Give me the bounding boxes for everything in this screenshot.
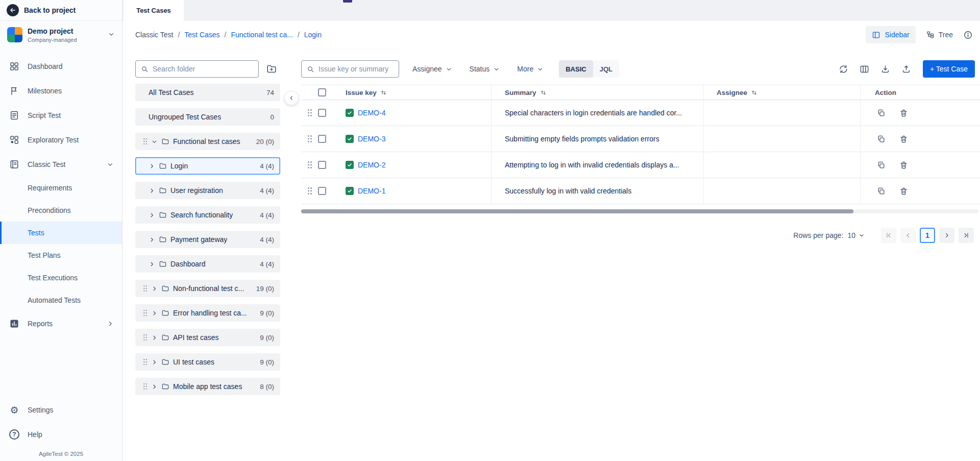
folder-item-search-functionality[interactable]: Search functionality 4 (4) xyxy=(135,206,280,224)
issue-key-link[interactable]: DEMO-1 xyxy=(358,187,385,195)
drag-handle-icon[interactable] xyxy=(305,161,314,169)
chevron-right-icon[interactable] xyxy=(149,163,155,169)
table-row[interactable]: DEMO-1 Successfully log in with valid cr… xyxy=(301,178,980,204)
column-assignee[interactable]: Assignee xyxy=(717,89,757,96)
sidebar-item-test-executions[interactable]: Test Executions xyxy=(0,266,122,289)
delete-button[interactable] xyxy=(897,133,910,145)
folder-item-mobile-app-test-cases[interactable]: Mobile app test cases 8 (0) xyxy=(135,378,280,395)
breadcrumb-classic-test[interactable]: Classic Test xyxy=(135,31,173,39)
folder-item-dashboard[interactable]: Dashboard 4 (4) xyxy=(135,255,280,273)
page-1-button[interactable]: 1 xyxy=(920,228,935,243)
drag-handle-icon[interactable] xyxy=(142,285,148,292)
sidebar-item-reports[interactable]: Reports xyxy=(0,311,122,336)
breadcrumb-login[interactable]: Login xyxy=(304,31,322,39)
scrollbar-thumb[interactable] xyxy=(301,209,853,213)
tree-view-button[interactable]: Tree xyxy=(922,26,957,43)
breadcrumb-functional-test-cases[interactable]: Functional test ca... xyxy=(231,31,292,39)
folder-item-api-test-cases[interactable]: API test cases 9 (0) xyxy=(135,329,280,346)
row-checkbox[interactable] xyxy=(318,109,326,117)
clone-button[interactable] xyxy=(875,185,887,197)
issue-key-link[interactable]: DEMO-2 xyxy=(358,161,385,169)
sidebar-item-test-plans[interactable]: Test Plans xyxy=(0,244,122,266)
issue-key-link[interactable]: DEMO-4 xyxy=(358,109,385,117)
sidebar-item-dashboard[interactable]: Dashboard xyxy=(0,54,122,79)
folder-item-ungrouped[interactable]: Ungrouped Test Cases 0 xyxy=(135,108,280,126)
mode-basic-button[interactable]: BASIC xyxy=(559,60,593,78)
drag-handle-icon[interactable] xyxy=(142,334,148,341)
folder-item-non-functional[interactable]: Non-functional test c... 19 (0) xyxy=(135,280,280,297)
folder-item-user-registration[interactable]: User registration 4 (4) xyxy=(135,182,280,199)
table-row[interactable]: DEMO-4 Special characters in login crede… xyxy=(301,100,980,126)
table-row[interactable]: DEMO-2 Attempting to log in with invalid… xyxy=(301,152,980,178)
rows-per-page-select[interactable]: 10 xyxy=(847,231,865,239)
chevron-right-icon[interactable] xyxy=(151,383,158,390)
tab-test-cases[interactable]: Test Cases xyxy=(124,0,184,21)
drag-handle-icon[interactable] xyxy=(142,383,148,390)
sidebar-item-settings[interactable]: ⚙ Settings xyxy=(0,398,122,422)
mode-jql-button[interactable]: JQL xyxy=(593,60,619,78)
chevron-right-icon[interactable] xyxy=(151,310,158,317)
drag-handle-icon[interactable] xyxy=(142,358,148,366)
row-checkbox[interactable] xyxy=(318,161,326,169)
first-page-button[interactable] xyxy=(881,228,896,243)
sidebar-item-tests[interactable]: Tests xyxy=(0,222,122,244)
columns-button[interactable] xyxy=(859,63,871,75)
chevron-down-icon[interactable] xyxy=(151,138,158,145)
row-checkbox[interactable] xyxy=(318,135,326,143)
delete-button[interactable] xyxy=(897,159,910,171)
sidebar-item-help[interactable]: ? Help xyxy=(0,422,122,447)
folder-item-functional-test-cases[interactable]: Functional test cases 20 (0) xyxy=(135,133,280,150)
drag-handle-icon[interactable] xyxy=(305,109,314,117)
breadcrumb-test-cases[interactable]: Test Cases xyxy=(184,31,219,39)
sidebar-item-script-test[interactable]: Script Test xyxy=(0,103,122,128)
drag-handle-icon[interactable] xyxy=(142,138,148,145)
collapse-folder-panel-button[interactable] xyxy=(285,91,298,105)
column-issue-key[interactable]: Issue key xyxy=(346,89,387,96)
previous-page-button[interactable] xyxy=(900,228,916,243)
project-switcher[interactable]: Demo project Company-managed xyxy=(0,21,122,48)
import-button[interactable] xyxy=(900,63,913,75)
folder-item-login[interactable]: Login 4 (4) xyxy=(135,157,280,175)
add-folder-button[interactable] xyxy=(263,60,280,78)
sidebar-item-exploratory-test[interactable]: Exploratory Test xyxy=(0,128,122,152)
folder-item-all-test-cases[interactable]: All Test Cases 74 xyxy=(135,84,280,101)
folder-item-payment-gateway[interactable]: Payment gateway 4 (4) xyxy=(135,231,280,248)
sidebar-view-button[interactable]: Sidebar xyxy=(866,26,915,43)
next-page-button[interactable] xyxy=(939,228,954,243)
clone-button[interactable] xyxy=(875,159,887,171)
issue-search-input[interactable] xyxy=(318,65,394,73)
clone-button[interactable] xyxy=(875,107,887,119)
add-test-case-button[interactable]: + Test Case xyxy=(923,60,975,78)
sidebar-item-requirements[interactable]: Requirements xyxy=(0,177,122,199)
folder-item-ui-test-cases[interactable]: UI test cases 9 (0) xyxy=(135,353,280,371)
folder-item-error-handling[interactable]: Error handling test ca... 9 (0) xyxy=(135,304,280,322)
refresh-button[interactable] xyxy=(838,63,850,75)
chevron-right-icon[interactable] xyxy=(149,261,155,268)
sidebar-item-classic-test[interactable]: Classic Test xyxy=(0,152,122,177)
clone-button[interactable] xyxy=(875,133,887,145)
last-page-button[interactable] xyxy=(959,228,974,243)
chevron-right-icon[interactable] xyxy=(151,285,158,292)
select-all-checkbox[interactable] xyxy=(318,88,326,96)
chevron-right-icon[interactable] xyxy=(151,334,158,341)
chevron-right-icon[interactable] xyxy=(151,359,158,366)
chevron-right-icon[interactable] xyxy=(149,212,155,219)
issue-key-link[interactable]: DEMO-3 xyxy=(358,135,385,143)
more-filter-button[interactable]: More xyxy=(512,60,549,78)
export-button[interactable] xyxy=(879,63,892,75)
sidebar-item-milestones[interactable]: Milestones xyxy=(0,79,122,103)
chevron-right-icon[interactable] xyxy=(149,236,155,243)
delete-button[interactable] xyxy=(897,185,910,197)
drag-handle-icon[interactable] xyxy=(305,187,314,195)
assignee-filter-button[interactable]: Assignee xyxy=(407,60,457,78)
chevron-right-icon[interactable] xyxy=(149,187,155,194)
folder-search-input[interactable] xyxy=(153,65,253,73)
sidebar-item-preconditions[interactable]: Preconditions xyxy=(0,199,122,222)
back-to-project-button[interactable]: Back to project xyxy=(0,0,122,21)
delete-button[interactable] xyxy=(897,107,910,119)
sidebar-item-automated-tests[interactable]: Automated Tests xyxy=(0,289,122,311)
row-checkbox[interactable] xyxy=(318,187,326,195)
column-summary[interactable]: Summary xyxy=(505,89,547,96)
status-filter-button[interactable]: Status xyxy=(464,60,505,78)
drag-handle-icon[interactable] xyxy=(142,309,148,317)
